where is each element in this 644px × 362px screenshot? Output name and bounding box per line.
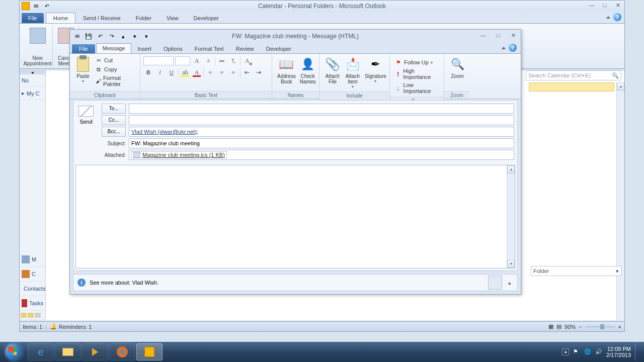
- zoom-out-icon[interactable]: −: [579, 324, 582, 330]
- taskbar-explorer[interactable]: [55, 343, 81, 360]
- send-button[interactable]: Send: [79, 119, 93, 125]
- subject-input[interactable]: FW: Magazine club meeting: [129, 138, 514, 148]
- decrease-indent-icon[interactable]: ⇤: [242, 67, 252, 77]
- attachment-chip[interactable]: Magazine club meeting.ics (1 KB): [131, 151, 227, 158]
- help-icon[interactable]: ?: [613, 13, 621, 21]
- search-icon[interactable]: 🔍: [612, 72, 619, 79]
- body-scrollbar[interactable]: ▴ ▾: [507, 165, 515, 268]
- msg-tab-insert[interactable]: Insert: [131, 44, 157, 53]
- cc-button[interactable]: Cc...: [102, 115, 126, 125]
- align-right-icon[interactable]: ≡: [228, 67, 238, 77]
- taskbar-firefox[interactable]: [109, 343, 135, 360]
- new-appointment-icon[interactable]: [30, 28, 46, 44]
- close-button[interactable]: ✕: [613, 2, 622, 9]
- attach-item-button[interactable]: 📩 Attach Item ▾: [343, 55, 363, 90]
- msg-close-button[interactable]: ✕: [509, 32, 518, 39]
- check-names-button[interactable]: 👤 Check Names: [298, 55, 318, 85]
- msg-tab-message[interactable]: Message: [96, 43, 132, 53]
- clear-formatting-icon[interactable]: A✖: [242, 56, 252, 66]
- shrink-font-icon[interactable]: A: [203, 56, 213, 66]
- nav-tasks[interactable]: Tasks: [20, 296, 45, 311]
- msg-maximize-button[interactable]: □: [494, 32, 503, 39]
- search-calendar-input[interactable]: Search Calendar (Ctrl+E) 🔍: [526, 70, 621, 80]
- nav-mail[interactable]: M: [20, 252, 45, 267]
- nav-shortcuts[interactable]: [20, 311, 45, 320]
- highlight-icon[interactable]: ab: [180, 67, 190, 77]
- tray-clock[interactable]: 12:09 PM 2/17/2013: [606, 346, 631, 358]
- show-desktop-button[interactable]: [635, 343, 639, 360]
- start-button[interactable]: [0, 342, 27, 362]
- bcc-input[interactable]: Vlad Wish (slwar@ukr.net);: [129, 127, 514, 137]
- signature-button[interactable]: ✒ Signature ▾: [363, 55, 388, 84]
- msg-tab-options[interactable]: Options: [157, 44, 189, 53]
- nav-contacts[interactable]: Contacts: [20, 282, 45, 296]
- scroll-up-icon[interactable]: ▴: [617, 82, 624, 90]
- address-book-button[interactable]: 📖 Address Book: [275, 55, 298, 85]
- network-icon[interactable]: 🌐: [584, 348, 591, 355]
- align-center-icon[interactable]: ≡: [217, 67, 227, 77]
- view-reading-icon[interactable]: ▤: [556, 323, 561, 330]
- nav-calendar[interactable]: C: [20, 267, 45, 282]
- low-importance-button[interactable]: ↓Low Importance: [394, 81, 440, 95]
- minimize-ribbon-icon[interactable]: [606, 16, 610, 19]
- grow-font-icon[interactable]: A: [192, 56, 202, 66]
- message-body-input[interactable]: ▴ ▾: [75, 165, 515, 268]
- contact-avatar[interactable]: [488, 276, 502, 290]
- tab-send-receive[interactable]: Send / Receive: [75, 13, 128, 23]
- bold-button[interactable]: B: [143, 67, 153, 77]
- bcc-button[interactable]: Bcc...: [102, 127, 126, 137]
- follow-up-button[interactable]: ⚑Follow Up ▾: [394, 58, 440, 66]
- format-painter-button[interactable]: 🖌Format Painter: [94, 74, 136, 87]
- zoom-in-icon[interactable]: +: [618, 324, 621, 330]
- maximize-button[interactable]: □: [600, 2, 609, 9]
- high-importance-button[interactable]: !High Importance: [394, 67, 440, 80]
- tab-file[interactable]: File: [22, 13, 44, 23]
- calendar-scrollbar[interactable]: ▴: [616, 82, 624, 320]
- nav-november[interactable]: No: [20, 74, 45, 87]
- view-normal-icon[interactable]: ▦: [548, 323, 553, 330]
- to-button[interactable]: To...: [102, 104, 126, 114]
- copy-button[interactable]: ⧉Copy: [94, 65, 136, 73]
- font-name-dropdown[interactable]: [143, 56, 174, 65]
- underline-button[interactable]: U: [167, 67, 177, 77]
- nav-my-calendars[interactable]: ▸ My C: [20, 87, 45, 100]
- attached-input[interactable]: Magazine club meeting.ics (1 KB): [129, 150, 514, 160]
- msg-tab-format-text[interactable]: Format Text: [189, 44, 230, 53]
- msg-help-icon[interactable]: ?: [509, 44, 517, 52]
- to-input[interactable]: [129, 104, 514, 114]
- msg-minimize-button[interactable]: —: [478, 32, 488, 39]
- reminder-icon[interactable]: 🔔: [50, 323, 57, 330]
- cut-button[interactable]: ✂Cut: [94, 56, 136, 64]
- tab-developer[interactable]: Developer: [186, 13, 226, 23]
- zoom-button[interactable]: 🔍 Zoom: [447, 55, 467, 80]
- msg-tab-developer[interactable]: Developer: [260, 44, 297, 53]
- minimize-button[interactable]: —: [587, 2, 596, 9]
- msg-tab-file[interactable]: File: [72, 44, 95, 53]
- tray-expand-icon[interactable]: ▴: [562, 348, 569, 355]
- attach-file-button[interactable]: 📎 Attach File: [323, 55, 343, 85]
- cc-input[interactable]: [129, 115, 514, 125]
- scroll-up-icon[interactable]: ▴: [507, 165, 515, 173]
- increase-indent-icon[interactable]: ⇥: [254, 67, 264, 77]
- taskbar-media-player[interactable]: [82, 343, 108, 360]
- expand-people-pane-icon[interactable]: ▴: [506, 279, 513, 286]
- volume-icon[interactable]: 🔊: [595, 348, 602, 355]
- taskbar-outlook[interactable]: [136, 343, 163, 360]
- tab-home[interactable]: Home: [46, 13, 75, 23]
- align-left-icon[interactable]: ≡: [205, 67, 215, 77]
- paste-button[interactable]: Paste ▾: [73, 55, 93, 84]
- bullets-icon[interactable]: ≔: [217, 56, 227, 66]
- nav-collapse-icon[interactable]: ◂: [20, 70, 45, 74]
- numbering-icon[interactable]: ⒈: [228, 56, 238, 66]
- msg-tab-review[interactable]: Review: [230, 44, 260, 53]
- tab-folder[interactable]: Folder: [128, 13, 159, 23]
- tab-view[interactable]: View: [159, 13, 186, 23]
- todo-folder-dropdown[interactable]: Folder ▾: [531, 266, 621, 276]
- font-size-dropdown[interactable]: [175, 56, 190, 65]
- font-color-icon[interactable]: A: [192, 67, 202, 77]
- italic-button[interactable]: I: [155, 67, 165, 77]
- taskbar-ie[interactable]: e: [28, 343, 54, 360]
- action-center-icon[interactable]: ⚑: [573, 348, 580, 355]
- msg-minimize-ribbon-icon[interactable]: [502, 47, 506, 49]
- scroll-down-icon[interactable]: ▾: [507, 260, 515, 268]
